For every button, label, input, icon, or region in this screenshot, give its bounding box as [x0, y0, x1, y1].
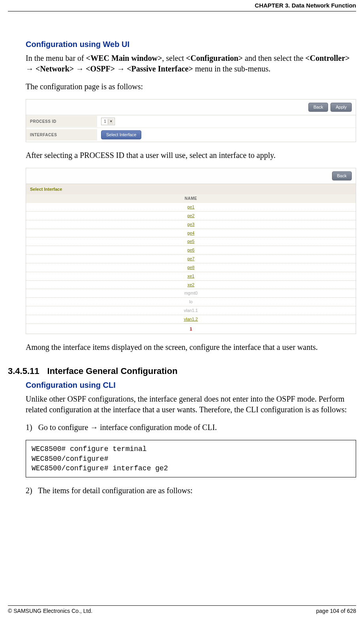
label-process-id: PROCESS ID [26, 116, 97, 128]
copyright: © SAMSUNG Electronics Co., Ltd. [8, 607, 92, 615]
page-number: page 104 of 628 [316, 607, 356, 615]
row-process-id: PROCESS ID 1 ▾ [26, 115, 356, 128]
chevron-down-icon: ▾ [108, 119, 114, 124]
text-line: Among the interface items displayed on t… [26, 342, 356, 353]
interface-item-ge8[interactable]: ge8 [26, 263, 356, 272]
screenshot-select-interface-panel: Back Select Interface NAME ge1ge2ge3ge4g… [26, 168, 356, 334]
text: , select [162, 54, 186, 62]
process-id-select[interactable]: 1 ▾ [101, 118, 115, 125]
text: and then select the [243, 54, 305, 62]
back-button[interactable]: Back [308, 103, 328, 112]
cli-code-block: WEC8500# configure terminal WEC8500/conf… [26, 440, 356, 477]
process-id-selected-value: 1 [104, 118, 106, 124]
subsection-number: 3.4.5.11 [8, 365, 39, 377]
step-1: 1) Go to configure → interface configura… [26, 422, 356, 433]
menu-ref-controller: <Controller> [305, 54, 349, 62]
text: menu in the sub-menus. [193, 64, 270, 73]
row-interfaces: INTERFACES Select Interface [26, 128, 356, 142]
interface-item-lo: lo [26, 298, 356, 306]
page-footer: © SAMSUNG Electronics Co., Ltd. page 104… [8, 605, 356, 615]
text-line: The configuration page is as follows: [26, 81, 356, 92]
interface-item-mgmt0: mgmt0 [26, 289, 356, 298]
chapter-title: CHAPTER 3. Data Network Function [255, 2, 356, 9]
menu-ref-network: <Network> [36, 64, 74, 73]
arrow-icon: → [90, 423, 98, 432]
interface-table-column-name: NAME [26, 194, 356, 203]
interface-item-ge5[interactable]: ge5 [26, 237, 356, 246]
menu-ref-main-window: <WEC Main window> [86, 54, 162, 62]
step-text: The items for detail configuration are a… [38, 486, 193, 495]
label-interfaces: INTERFACES [26, 129, 97, 141]
menu-ref-configuration: <Configuration> [186, 54, 243, 62]
interface-item-ge3[interactable]: ge3 [26, 220, 356, 229]
interface-item-xe2[interactable]: xe2 [26, 281, 356, 289]
step-2: 2) The items for detail configuration ar… [26, 485, 356, 496]
subsection-title: Interface General Configuration [47, 365, 178, 377]
apply-button[interactable]: Apply [330, 103, 352, 112]
back-button[interactable]: Back [332, 171, 352, 180]
select-interface-button[interactable]: Select Interface [101, 130, 141, 139]
arrow-icon: → [26, 64, 36, 73]
menu-ref-ospf: <OSPF> [86, 64, 115, 73]
interface-item-ge7[interactable]: ge7 [26, 255, 356, 263]
value-interfaces: Select Interface [97, 128, 145, 142]
arrow-icon: → [115, 64, 127, 73]
interface-item-ge4[interactable]: ge4 [26, 229, 356, 238]
interface-item-ge6[interactable]: ge6 [26, 246, 356, 255]
select-interface-title: Select Interface [26, 184, 356, 195]
interface-item-ge2[interactable]: ge2 [26, 212, 356, 220]
section-lead-paragraph: In the menu bar of <WEC Main window>, se… [26, 53, 356, 74]
section-heading-config-webui: Configuration using Web UI [26, 39, 356, 50]
page-header: CHAPTER 3. Data Network Function [8, 2, 356, 11]
interface-table: NAME ge1ge2ge3ge4ge5ge6ge7ge8xe1xe2mgmt0… [26, 194, 356, 333]
menu-ref-passive-interface: <Passive Interface> [127, 64, 193, 73]
interface-item-ge1[interactable]: ge1 [26, 203, 356, 212]
step-text: interface configuration mode of CLI. [98, 423, 217, 432]
value-process-id: 1 ▾ [97, 115, 119, 128]
arrow-icon: → [74, 64, 86, 73]
text-line: After selecting a PROCESS ID that a user… [26, 150, 356, 161]
panel-toolbar: Back [26, 168, 356, 184]
screenshot-passive-interface-panel: Back Apply PROCESS ID 1 ▾ INTERFACES Sel… [26, 99, 356, 142]
text: In the menu bar of [26, 54, 86, 62]
section-heading-config-cli: Configuration using CLI [26, 380, 356, 391]
interface-item-vlan1-2[interactable]: vlan1.2 [26, 315, 356, 324]
pagination-current-page[interactable]: 1 [26, 324, 356, 334]
interface-item-xe1[interactable]: xe1 [26, 272, 356, 281]
panel-toolbar: Back Apply [26, 100, 356, 115]
cli-paragraph: Unlike other OSPF configurations, the in… [26, 394, 356, 415]
step-text: Go to configure [38, 423, 90, 432]
interface-item-vlan1-1: vlan1.1 [26, 306, 356, 315]
